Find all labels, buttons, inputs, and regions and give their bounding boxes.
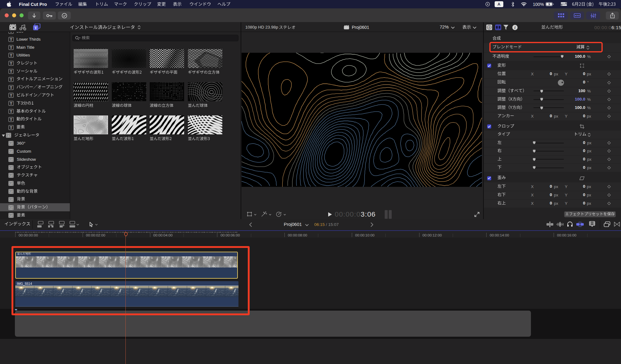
svg-text:2: 2	[8, 134, 9, 137]
svg-text:T: T	[10, 53, 12, 57]
svg-text:T: T	[10, 32, 12, 33]
svg-text:2: 2	[10, 182, 11, 185]
svg-text:T: T	[10, 38, 12, 41]
svg-text:T: T	[10, 118, 12, 121]
svg-text:T: T	[10, 78, 12, 81]
svg-text:2: 2	[10, 206, 11, 209]
svg-text:T: T	[10, 126, 12, 129]
svg-text:2: 2	[10, 158, 11, 161]
svg-text:T: T	[10, 101, 12, 105]
svg-text:2: 2	[488, 26, 490, 29]
svg-text:2: 2	[10, 166, 11, 169]
svg-text:T: T	[10, 70, 12, 73]
svg-text:T: T	[34, 25, 37, 30]
svg-text:T: T	[10, 93, 12, 97]
svg-text:T: T	[10, 46, 12, 49]
svg-text:T: T	[10, 86, 12, 89]
svg-text:T: T	[10, 110, 12, 113]
svg-text:2: 2	[10, 174, 11, 177]
svg-text:T: T	[10, 61, 12, 65]
svg-text:2: 2	[10, 198, 11, 201]
svg-text:2: 2	[10, 214, 11, 217]
svg-text:2: 2	[10, 150, 11, 153]
svg-text:2: 2	[10, 190, 11, 193]
svg-text:2: 2	[10, 142, 11, 145]
